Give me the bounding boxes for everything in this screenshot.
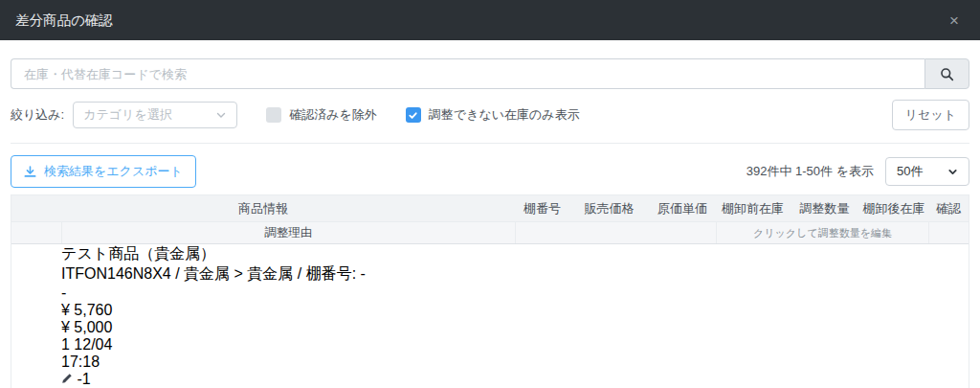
- modal-title: 差分商品の確認: [15, 11, 113, 30]
- price-cell: ¥ 5,760: [61, 302, 141, 319]
- table-header-row: 商品情報 棚番号 販売価格 原価単価 棚卸前在庫 調整数量 棚卸後在庫 確認: [11, 195, 969, 221]
- adjust-quantity-value: -1: [77, 371, 90, 387]
- col-header-stock-after: 棚卸後在庫: [859, 200, 928, 217]
- col-header-product: 商品情報: [11, 200, 515, 217]
- col-header-confirm: 確認: [928, 200, 969, 217]
- chevron-down-icon: [947, 167, 958, 177]
- product-meta: / 貴金属 > 貴金属 / 棚番号: -: [171, 265, 366, 282]
- exclude-confirmed-label: 確認済みを除外: [289, 106, 377, 124]
- product-code-link[interactable]: ITFON146N8X4: [61, 265, 171, 282]
- export-button[interactable]: 検索結果をエクスポート: [11, 155, 196, 188]
- table-row: テスト商品（貴金属） ITFON146N8X4 / 貴金属 > 貴金属 / 棚番…: [11, 243, 969, 388]
- filter-label: 絞り込み:: [11, 106, 64, 124]
- product-subline: ITFON146N8X4 / 貴金属 > 貴金属 / 棚番号: -: [61, 264, 366, 285]
- subheader-reason: 調整理由: [61, 222, 515, 243]
- adjust-quantity-cell[interactable]: -1: [61, 371, 366, 388]
- subheader-edit-hint: クリックして調整数量を編集: [716, 222, 928, 243]
- export-button-label: 検索結果をエクスポート: [44, 163, 183, 180]
- product-info: テスト商品（貴金属） ITFON146N8X4 / 貴金属 > 貴金属 / 棚番…: [61, 244, 366, 285]
- col-header-cost: 原価単価: [649, 200, 716, 217]
- table-subheader-row: 調整理由 クリックして調整数量を編集: [11, 221, 969, 243]
- download-icon: [24, 166, 36, 178]
- product-thumbnail[interactable]: [13, 246, 59, 292]
- product-name: テスト商品（貴金属）: [61, 244, 366, 264]
- page-size-select[interactable]: 50件: [885, 157, 969, 186]
- diff-products-table: 商品情報 棚番号 販売価格 原価単価 棚卸前在庫 調整数量 棚卸後在庫 確認 調…: [11, 194, 969, 388]
- col-header-adjust: 調整数量: [790, 200, 859, 217]
- stock-before-cell: 1 12/04 17:18: [61, 336, 135, 371]
- col-header-price: 販売価格: [569, 200, 649, 217]
- category-select-placeholder: カテゴリを選択: [83, 106, 172, 124]
- search-button[interactable]: [924, 58, 969, 89]
- close-icon[interactable]: ×: [944, 12, 965, 29]
- reset-button[interactable]: リセット: [892, 100, 969, 130]
- search-icon: [940, 67, 954, 81]
- diff-products-modal: 差分商品の確認 × 絞り込み: カテゴリを選択: [0, 0, 980, 388]
- page-size-value: 50件: [897, 163, 923, 180]
- cost-cell: ¥ 5,000: [61, 319, 128, 336]
- checkbox-checked-icon: [406, 107, 421, 123]
- only-unadjustable-label: 調整できない在庫のみ表示: [429, 106, 580, 124]
- stock-before-value: 1: [61, 336, 70, 353]
- section-divider: [11, 143, 969, 144]
- subheader-spacer: [515, 222, 716, 243]
- result-summary: 392件中 1-50件 を表示: [746, 163, 874, 180]
- filter-row: 絞り込み: カテゴリを選択 確認済みを除外 調整できない在庫のみ表示: [11, 102, 969, 128]
- modal-header: 差分商品の確認 ×: [0, 0, 980, 40]
- row-product-line: テスト商品（貴金属） ITFON146N8X4 / 貴金属 > 貴金属 / 棚番…: [61, 244, 366, 388]
- subheader-image-spacer: [11, 222, 61, 243]
- checkbox-unchecked-icon: [266, 107, 281, 123]
- subheader-confirm-spacer: [928, 222, 969, 243]
- category-select[interactable]: カテゴリを選択: [73, 102, 237, 128]
- product-image-cell: [11, 244, 61, 388]
- only-unadjustable-checkbox[interactable]: 調整できない在庫のみ表示: [406, 106, 580, 124]
- search-input[interactable]: [11, 58, 924, 89]
- pencil-icon: [61, 373, 73, 384]
- col-header-stock-before: 棚卸前在庫: [716, 200, 790, 217]
- exclude-confirmed-checkbox[interactable]: 確認済みを除外: [266, 106, 377, 124]
- modal-body: 絞り込み: カテゴリを選択 確認済みを除外 調整できない在庫のみ表示: [0, 58, 980, 388]
- row-main: テスト商品（貴金属） ITFON146N8X4 / 貴金属 > 貴金属 / 棚番…: [61, 244, 366, 388]
- check-mark-icon: [408, 110, 418, 121]
- results-toolbar: 検索結果をエクスポート 392件中 1-50件 を表示 50件: [11, 155, 969, 188]
- chevron-down-icon: [215, 109, 227, 121]
- search-group: [11, 58, 969, 89]
- shelf-cell: -: [61, 285, 116, 302]
- col-header-shelf: 棚番号: [515, 200, 569, 217]
